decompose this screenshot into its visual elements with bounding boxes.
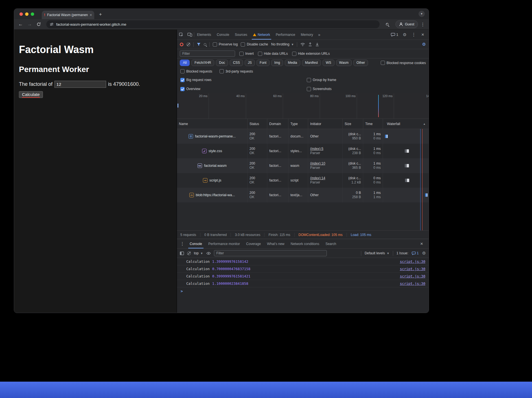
request-row[interactable]: WA factorial.wasm 200OK factori... wasm …: [177, 158, 429, 173]
column-header-domain[interactable]: Domain: [267, 119, 288, 129]
issues-button[interactable]: 1: [389, 33, 400, 37]
column-header-waterfall[interactable]: Waterfall ▲: [383, 119, 429, 129]
drawer-tab-search[interactable]: Search: [322, 239, 339, 248]
checkbox-icon[interactable]: [220, 69, 224, 73]
console-settings-button[interactable]: ⚙: [422, 251, 426, 256]
console-message[interactable]: Calculation 1.399999976158142 script.js:…: [177, 258, 429, 265]
checkbox-icon[interactable]: [241, 42, 245, 47]
console-filter-input[interactable]: [214, 250, 327, 256]
devtools-close-button[interactable]: ×: [419, 32, 427, 38]
group-by-frame-checkbox[interactable]: Group by frame: [307, 78, 425, 82]
clear-network-log-button[interactable]: [187, 43, 190, 46]
browser-tab[interactable]: ! Factorial Wasm (permanent W ×: [42, 11, 94, 19]
device-toolbar-button[interactable]: [185, 30, 194, 40]
console-sidebar-button[interactable]: [180, 252, 184, 255]
devtools-tab-performance[interactable]: Performance: [273, 30, 298, 40]
more-tabs-button[interactable]: »: [316, 30, 323, 40]
calculate-button[interactable]: Calculate: [19, 91, 43, 98]
checkbox-checked-icon[interactable]: [180, 78, 185, 82]
zoom-level-button[interactable]: +: [384, 21, 391, 28]
inspect-element-button[interactable]: [177, 30, 185, 40]
checkbox-icon[interactable]: [258, 52, 262, 56]
log-levels-select[interactable]: Default levels ▼: [365, 251, 389, 255]
big-request-rows-checkbox[interactable]: Big request rows: [180, 78, 307, 82]
invert-checkbox[interactable]: Invert: [239, 52, 254, 56]
console-message[interactable]: Calculation 0.7000000476837158 script.js…: [177, 265, 429, 273]
network-conditions-button[interactable]: [300, 43, 305, 46]
message-source-link[interactable]: script.js:30: [400, 267, 425, 271]
console-message[interactable]: Calculation 0.3999999761581421 script.js…: [177, 273, 429, 280]
drawer-tab-console[interactable]: Console: [187, 239, 205, 248]
initiator-link[interactable]: (index):5: [310, 147, 340, 151]
devtools-tab-network[interactable]: Network: [250, 30, 273, 40]
third-party-requests-checkbox[interactable]: 3rd-party requests: [220, 69, 253, 73]
issues-counter-button[interactable]: 1: [412, 251, 419, 255]
message-source-link[interactable]: script.js:30: [400, 259, 425, 264]
checkbox-icon[interactable]: [307, 78, 311, 82]
type-chip-ws[interactable]: WS: [323, 60, 334, 66]
drawer-close-button[interactable]: ×: [417, 241, 426, 247]
browser-menu-button[interactable]: ⋮: [420, 22, 426, 27]
type-chip-fetch-xhr[interactable]: Fetch/XHR: [191, 60, 214, 66]
type-chip-wasm[interactable]: Wasm: [336, 60, 352, 66]
hide-data-urls-checkbox[interactable]: Hide data URLs: [258, 52, 288, 56]
factorial-input[interactable]: [54, 81, 106, 88]
column-header-status[interactable]: Status: [248, 119, 267, 129]
blocked-response-cookies-checkbox[interactable]: Blocked response cookies: [381, 61, 426, 65]
column-header-type[interactable]: Type: [288, 119, 308, 129]
type-chip-media[interactable]: Media: [285, 60, 300, 66]
checkbox-icon[interactable]: [213, 42, 217, 47]
search-network-button[interactable]: [204, 43, 206, 46]
message-source-link[interactable]: script.js:30: [400, 281, 425, 286]
guest-profile-badge[interactable]: Guest: [395, 20, 418, 28]
request-row[interactable]: <> script.js 200OK factori... script (in…: [177, 173, 429, 188]
checkbox-checked-icon[interactable]: [180, 87, 185, 91]
network-settings-button[interactable]: ⚙: [422, 42, 426, 47]
devtools-tab-memory[interactable]: Memory: [298, 30, 316, 40]
clear-console-button[interactable]: [187, 252, 191, 255]
reload-button[interactable]: [35, 21, 42, 28]
checkbox-icon[interactable]: [239, 52, 244, 56]
devtools-settings-button[interactable]: ⚙: [400, 32, 409, 37]
devtools-tab-sources[interactable]: Sources: [232, 30, 250, 40]
preserve-log-checkbox[interactable]: Preserve log: [213, 42, 238, 47]
network-overview-timeline[interactable]: 20 ms 40 ms 60 ms 80 ms 100 ms 120 ms 14: [177, 93, 429, 119]
request-row[interactable]: factorial-wasm-permane... 200OK factori.…: [177, 129, 429, 144]
back-button[interactable]: ←: [17, 21, 24, 28]
request-row[interactable]: <> blob:https://factorial-wa... 200OK fa…: [177, 188, 429, 202]
forward-button[interactable]: →: [26, 21, 33, 28]
filter-toggle-button[interactable]: [197, 43, 201, 46]
devtools-menu-button[interactable]: ⋮: [410, 32, 418, 37]
type-chip-other[interactable]: Other: [353, 60, 368, 66]
checkbox-icon[interactable]: [292, 52, 296, 56]
console-prompt[interactable]: >: [177, 287, 429, 295]
initiator-link[interactable]: (index):14: [310, 176, 340, 180]
devtools-tab-elements[interactable]: Elements: [194, 30, 214, 40]
blocked-requests-checkbox[interactable]: Blocked requests: [180, 69, 212, 73]
drawer-tab-coverage[interactable]: Coverage: [243, 239, 264, 248]
hide-extension-urls-checkbox[interactable]: Hide extension URLs: [292, 52, 330, 56]
column-header-initiator[interactable]: Initiator: [308, 119, 343, 129]
type-chip-font[interactable]: Font: [257, 60, 270, 66]
devtools-tab-console[interactable]: Console: [214, 30, 232, 40]
type-chip-js[interactable]: JS: [245, 60, 255, 66]
initiator-link[interactable]: (index):10: [310, 161, 340, 166]
checkbox-icon[interactable]: [307, 87, 311, 91]
column-header-name[interactable]: Name: [177, 119, 248, 129]
network-filter-input[interactable]: [180, 51, 235, 57]
disable-cache-checkbox[interactable]: Disable cache: [241, 42, 268, 47]
import-har-button[interactable]: [308, 42, 312, 46]
type-chip-manifest[interactable]: Manifest: [302, 60, 321, 66]
url-bar[interactable]: factorial-wasm-permanent-worker.glitch.m…: [46, 20, 380, 28]
tab-close-icon[interactable]: ×: [90, 13, 92, 17]
message-source-link[interactable]: script.js:30: [400, 274, 425, 278]
new-tab-button[interactable]: +: [97, 12, 104, 17]
drawer-tab-performance-monitor[interactable]: Performance monitor: [205, 239, 243, 248]
column-header-time[interactable]: Time: [363, 119, 383, 129]
drawer-tab-network-conditions[interactable]: Network conditions: [288, 239, 322, 248]
screenshots-checkbox[interactable]: Screenshots: [307, 87, 425, 91]
record-network-log-button[interactable]: [180, 43, 183, 46]
drawer-menu-button[interactable]: ⋮: [178, 239, 187, 248]
checkbox-icon[interactable]: [381, 61, 385, 65]
drawer-tab-whats-new[interactable]: What's new: [264, 239, 288, 248]
